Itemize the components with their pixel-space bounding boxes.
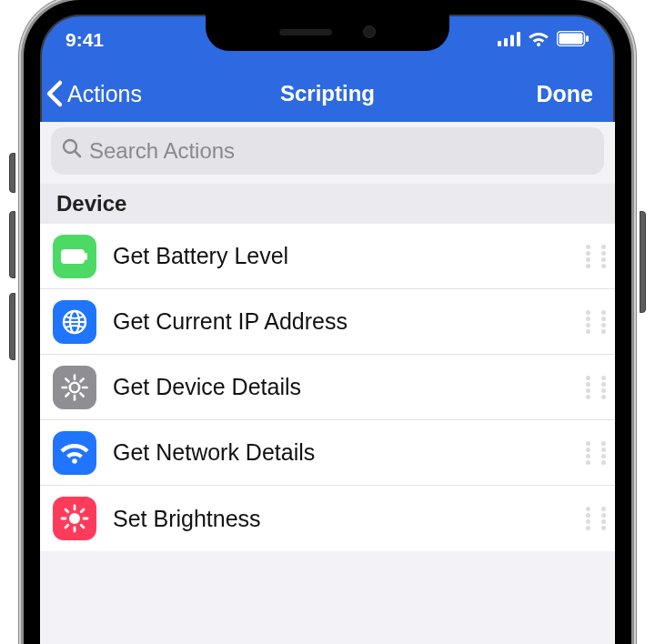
device-frame: 9:41 Actions Scripting Do [0, 0, 655, 644]
wifi-status-icon [528, 29, 549, 51]
svg-rect-2 [510, 35, 514, 47]
list-item[interactable]: Get Network Details [40, 420, 615, 486]
svg-line-22 [81, 378, 84, 381]
action-title: Get Network Details [113, 439, 569, 466]
drag-handle-icon[interactable] [586, 241, 606, 272]
svg-line-33 [66, 525, 68, 528]
battery-icon [53, 235, 96, 278]
svg-point-15 [70, 382, 79, 391]
action-title: Set Brightness [113, 506, 569, 532]
svg-line-20 [66, 378, 68, 381]
back-label: Actions [67, 81, 142, 107]
nav-bar: Actions Scripting Done [40, 65, 615, 122]
svg-line-21 [81, 393, 84, 396]
svg-rect-6 [559, 34, 583, 45]
svg-rect-7 [586, 35, 589, 42]
list-item[interactable]: Get Current IP Address [40, 289, 615, 355]
action-title: Get Device Details [113, 374, 569, 400]
front-camera [363, 25, 376, 38]
section-header-device: Device [40, 184, 615, 224]
list-item[interactable]: Get Device Details [40, 355, 615, 420]
status-time: 9:41 [66, 29, 104, 51]
search-input[interactable] [51, 127, 604, 175]
globe-icon [53, 300, 96, 344]
svg-rect-10 [61, 249, 85, 264]
search-field[interactable] [89, 138, 593, 164]
svg-rect-11 [85, 253, 87, 260]
side-button [9, 293, 15, 360]
speaker-grille [279, 29, 332, 35]
side-button [640, 211, 646, 313]
actions-list: Get Battery Level Get Current IP Address [40, 224, 615, 551]
svg-line-30 [66, 509, 68, 512]
svg-rect-1 [504, 38, 508, 46]
chevron-left-icon [44, 79, 66, 108]
side-button [9, 153, 15, 193]
svg-line-23 [66, 393, 68, 396]
svg-line-31 [81, 525, 84, 528]
back-button[interactable]: Actions [44, 79, 142, 108]
done-button[interactable]: Done [537, 81, 607, 107]
svg-point-4 [537, 43, 540, 46]
list-item[interactable]: Get Battery Level [40, 224, 615, 289]
gear-icon [53, 366, 96, 409]
action-title: Get Battery Level [113, 243, 569, 269]
svg-rect-3 [517, 32, 520, 46]
wifi-icon [53, 431, 96, 475]
search-icon [62, 138, 82, 164]
svg-point-25 [69, 513, 80, 524]
phone-screen: 9:41 Actions Scripting Do [24, 0, 631, 644]
notch [206, 13, 449, 51]
svg-point-24 [72, 458, 77, 464]
brightness-icon [53, 497, 96, 540]
side-button [9, 211, 15, 278]
drag-handle-icon[interactable] [586, 503, 606, 534]
drag-handle-icon[interactable] [586, 372, 606, 403]
cellular-signal-icon [498, 29, 520, 51]
page-title: Scripting [280, 81, 375, 106]
svg-line-32 [81, 509, 84, 512]
drag-handle-icon[interactable] [586, 307, 606, 337]
drag-handle-icon[interactable] [586, 438, 606, 468]
action-title: Get Current IP Address [113, 308, 569, 335]
list-item[interactable]: Set Brightness [40, 486, 615, 551]
content-area: Device Get Battery Level [40, 122, 615, 644]
svg-rect-0 [498, 41, 501, 46]
svg-line-9 [76, 152, 81, 157]
battery-status-icon [557, 29, 590, 51]
